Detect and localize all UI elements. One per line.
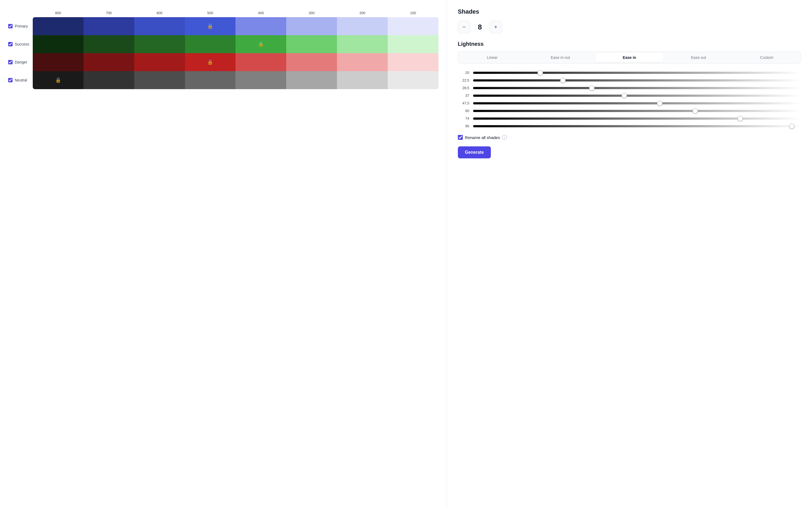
slider-row-2: 28,5 <box>458 85 801 90</box>
slider-label-0: 20 <box>458 71 469 75</box>
tab-custom[interactable]: Custom <box>732 52 801 63</box>
slider-row-0: 20 <box>458 70 801 75</box>
left-panel: 800700600500400300200100 Primary🔒Success… <box>0 0 447 507</box>
shades-value: 8 <box>470 23 490 31</box>
label-text-neutral: Neutral <box>15 78 27 82</box>
slider-input-2[interactable] <box>473 87 801 89</box>
color-cell-success-2[interactable] <box>134 35 185 53</box>
color-cell-success-0[interactable] <box>33 35 84 53</box>
color-cell-primary-3[interactable]: 🔒 <box>185 17 236 35</box>
column-header-200: 200 <box>337 11 388 15</box>
rename-checkbox[interactable] <box>458 135 463 140</box>
color-cell-primary-4[interactable] <box>236 17 286 35</box>
column-header-300: 300 <box>286 11 337 15</box>
cells-neutral: 🔒 <box>33 71 439 89</box>
color-cell-success-3[interactable] <box>185 35 236 53</box>
label-text-danger: Danger <box>15 60 27 64</box>
rename-label: Rename all shades <box>465 135 500 140</box>
slider-input-4[interactable] <box>473 102 801 104</box>
lock-icon: 🔒 <box>258 41 264 47</box>
slider-rows: 2022,528,53747,5607490 <box>458 70 801 128</box>
label-text-primary: Primary <box>15 24 28 29</box>
checkbox-success[interactable] <box>8 42 12 46</box>
slider-input-0[interactable] <box>473 72 801 74</box>
color-cell-neutral-4[interactable] <box>236 71 286 89</box>
slider-input-7[interactable] <box>473 125 801 127</box>
generate-button[interactable]: Generate <box>458 147 491 158</box>
tab-ease-in[interactable]: Ease in <box>595 53 664 62</box>
right-panel: Shades − 8 + Lightness LinearEase in-out… <box>447 0 812 507</box>
decrease-shades-button[interactable]: − <box>458 21 470 33</box>
column-header-700: 700 <box>84 11 134 15</box>
tab-ease-in-out[interactable]: Ease in-out <box>526 52 595 63</box>
checkbox-neutral[interactable] <box>8 78 12 82</box>
slider-label-7: 90 <box>458 124 469 128</box>
lock-icon: 🔒 <box>207 23 213 29</box>
slider-input-6[interactable] <box>473 117 801 120</box>
column-header-800: 800 <box>33 11 84 15</box>
column-header-600: 600 <box>134 11 185 15</box>
color-cell-danger-3[interactable]: 🔒 <box>185 53 236 71</box>
lightness-title: Lightness <box>458 41 801 47</box>
rename-row: Rename all shades i <box>458 135 801 140</box>
color-cell-primary-5[interactable] <box>286 17 337 35</box>
row-label-danger: Danger <box>8 53 33 71</box>
slider-row-5: 60 <box>458 108 801 113</box>
row-label-neutral: Neutral <box>8 71 33 89</box>
tab-linear[interactable]: Linear <box>458 52 526 63</box>
color-cell-primary-2[interactable] <box>134 17 185 35</box>
column-headers: 800700600500400300200100 <box>33 11 439 15</box>
color-grid: Primary🔒Success🔒Danger🔒Neutral🔒 <box>8 17 439 89</box>
slider-input-5[interactable] <box>473 110 801 112</box>
checkbox-danger[interactable] <box>8 60 12 64</box>
tab-ease-out[interactable]: Ease out <box>664 52 732 63</box>
color-row-success: Success🔒 <box>8 35 439 53</box>
slider-label-6: 74 <box>458 116 469 120</box>
color-cell-neutral-2[interactable] <box>134 71 185 89</box>
increase-shades-button[interactable]: + <box>490 21 502 33</box>
color-cell-danger-7[interactable] <box>388 53 439 71</box>
color-cell-neutral-3[interactable] <box>185 71 236 89</box>
color-cell-primary-1[interactable] <box>84 17 134 35</box>
color-cell-neutral-1[interactable] <box>84 71 134 89</box>
slider-row-7: 90 <box>458 123 801 128</box>
slider-input-3[interactable] <box>473 95 801 97</box>
color-cell-neutral-7[interactable] <box>388 71 439 89</box>
color-cell-danger-6[interactable] <box>337 53 388 71</box>
slider-label-2: 28,5 <box>458 86 469 90</box>
lock-icon: 🔒 <box>207 59 213 65</box>
color-cell-success-5[interactable] <box>286 35 337 53</box>
label-text-success: Success <box>15 42 29 46</box>
color-cell-primary-0[interactable] <box>33 17 84 35</box>
cells-danger: 🔒 <box>33 53 439 71</box>
column-header-400: 400 <box>236 11 286 15</box>
color-cell-danger-4[interactable] <box>236 53 286 71</box>
slider-row-1: 22,5 <box>458 78 801 82</box>
color-cell-success-6[interactable] <box>337 35 388 53</box>
color-row-danger: Danger🔒 <box>8 53 439 71</box>
color-cell-success-4[interactable]: 🔒 <box>236 35 286 53</box>
color-cell-neutral-6[interactable] <box>337 71 388 89</box>
color-cell-danger-1[interactable] <box>84 53 134 71</box>
slider-label-4: 47,5 <box>458 101 469 105</box>
color-cell-neutral-0[interactable]: 🔒 <box>33 71 84 89</box>
color-cell-primary-7[interactable] <box>388 17 439 35</box>
slider-row-6: 74 <box>458 116 801 121</box>
color-cell-primary-6[interactable] <box>337 17 388 35</box>
color-cell-success-1[interactable] <box>84 35 134 53</box>
slider-label-1: 22,5 <box>458 78 469 82</box>
color-row-neutral: Neutral🔒 <box>8 71 439 89</box>
shades-control: − 8 + <box>458 21 801 33</box>
slider-input-1[interactable] <box>473 79 801 81</box>
row-label-primary: Primary <box>8 17 33 35</box>
cells-success: 🔒 <box>33 35 439 53</box>
lock-icon: 🔒 <box>55 77 61 83</box>
color-cell-danger-5[interactable] <box>286 53 337 71</box>
shades-title: Shades <box>458 8 801 15</box>
color-cell-success-7[interactable] <box>388 35 439 53</box>
color-cell-danger-2[interactable] <box>134 53 185 71</box>
info-icon[interactable]: i <box>502 135 507 140</box>
checkbox-primary[interactable] <box>8 24 12 29</box>
color-cell-danger-0[interactable] <box>33 53 84 71</box>
color-cell-neutral-5[interactable] <box>286 71 337 89</box>
